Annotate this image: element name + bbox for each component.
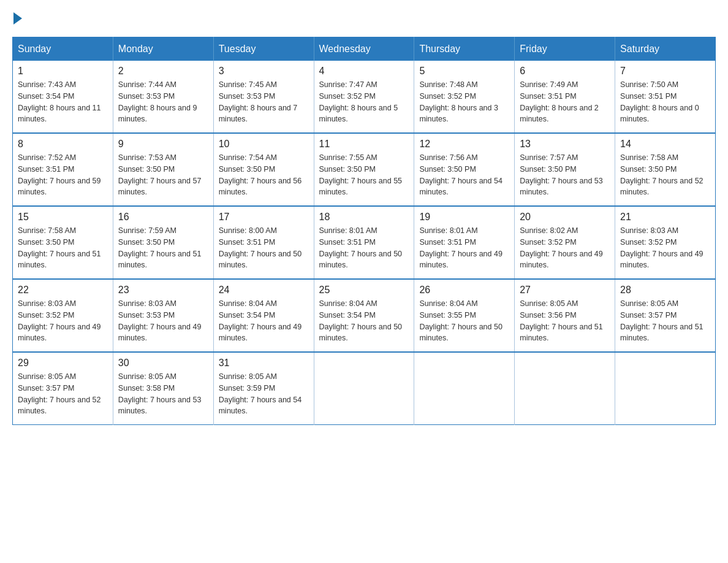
day-info: Sunrise: 8:03 AM Sunset: 3:52 PM Dayligh… xyxy=(18,298,108,344)
calendar-cell: 30 Sunrise: 8:05 AM Sunset: 3:58 PM Dayl… xyxy=(113,352,213,425)
calendar-cell: 6 Sunrise: 7:49 AM Sunset: 3:51 PM Dayli… xyxy=(515,61,615,133)
day-number: 25 xyxy=(319,285,409,296)
calendar-cell: 26 Sunrise: 8:04 AM Sunset: 3:55 PM Dayl… xyxy=(414,279,515,352)
calendar-cell: 23 Sunrise: 8:03 AM Sunset: 3:53 PM Dayl… xyxy=(113,279,213,352)
calendar-table: SundayMondayTuesdayWednesdayThursdayFrid… xyxy=(12,37,716,425)
day-info: Sunrise: 8:00 AM Sunset: 3:51 PM Dayligh… xyxy=(219,225,309,271)
day-number: 8 xyxy=(18,139,108,150)
day-info: Sunrise: 8:01 AM Sunset: 3:51 PM Dayligh… xyxy=(319,225,409,271)
week-row-1: 1 Sunrise: 7:43 AM Sunset: 3:54 PM Dayli… xyxy=(13,61,716,133)
day-info: Sunrise: 8:02 AM Sunset: 3:52 PM Dayligh… xyxy=(520,225,610,271)
calendar-cell: 31 Sunrise: 8:05 AM Sunset: 3:59 PM Dayl… xyxy=(213,352,314,425)
day-number: 30 xyxy=(118,358,208,369)
header-tuesday: Tuesday xyxy=(213,37,314,61)
day-info: Sunrise: 7:53 AM Sunset: 3:50 PM Dayligh… xyxy=(118,152,208,198)
calendar-cell: 15 Sunrise: 7:58 AM Sunset: 3:50 PM Dayl… xyxy=(13,206,113,279)
day-info: Sunrise: 7:43 AM Sunset: 3:54 PM Dayligh… xyxy=(18,79,108,125)
day-number: 19 xyxy=(419,212,509,223)
page-header xyxy=(12,12,716,25)
header-sunday: Sunday xyxy=(13,37,113,61)
day-info: Sunrise: 7:55 AM Sunset: 3:50 PM Dayligh… xyxy=(319,152,409,198)
day-info: Sunrise: 8:03 AM Sunset: 3:52 PM Dayligh… xyxy=(620,225,710,271)
day-info: Sunrise: 7:58 AM Sunset: 3:50 PM Dayligh… xyxy=(620,152,710,198)
calendar-cell: 3 Sunrise: 7:45 AM Sunset: 3:53 PM Dayli… xyxy=(213,61,314,133)
day-number: 11 xyxy=(319,139,409,150)
calendar-cell: 24 Sunrise: 8:04 AM Sunset: 3:54 PM Dayl… xyxy=(213,279,314,352)
day-info: Sunrise: 7:45 AM Sunset: 3:53 PM Dayligh… xyxy=(219,79,309,125)
day-number: 29 xyxy=(18,358,108,369)
calendar-cell: 1 Sunrise: 7:43 AM Sunset: 3:54 PM Dayli… xyxy=(13,61,113,133)
calendar-cell: 4 Sunrise: 7:47 AM Sunset: 3:52 PM Dayli… xyxy=(314,61,414,133)
day-info: Sunrise: 7:59 AM Sunset: 3:50 PM Dayligh… xyxy=(118,225,208,271)
day-info: Sunrise: 8:01 AM Sunset: 3:51 PM Dayligh… xyxy=(419,225,509,271)
calendar-header-row: SundayMondayTuesdayWednesdayThursdayFrid… xyxy=(13,37,716,61)
day-info: Sunrise: 7:50 AM Sunset: 3:51 PM Dayligh… xyxy=(620,79,710,125)
header-friday: Friday xyxy=(515,37,615,61)
calendar-cell: 10 Sunrise: 7:54 AM Sunset: 3:50 PM Dayl… xyxy=(213,133,314,206)
logo xyxy=(12,12,23,25)
calendar-cell: 27 Sunrise: 8:05 AM Sunset: 3:56 PM Dayl… xyxy=(515,279,615,352)
day-number: 12 xyxy=(419,139,509,150)
day-number: 27 xyxy=(520,285,610,296)
calendar-cell: 21 Sunrise: 8:03 AM Sunset: 3:52 PM Dayl… xyxy=(615,206,716,279)
calendar-cell: 11 Sunrise: 7:55 AM Sunset: 3:50 PM Dayl… xyxy=(314,133,414,206)
calendar-cell: 16 Sunrise: 7:59 AM Sunset: 3:50 PM Dayl… xyxy=(113,206,213,279)
calendar-cell xyxy=(615,352,716,425)
calendar-cell: 18 Sunrise: 8:01 AM Sunset: 3:51 PM Dayl… xyxy=(314,206,414,279)
day-info: Sunrise: 8:05 AM Sunset: 3:57 PM Dayligh… xyxy=(620,298,710,344)
day-number: 9 xyxy=(118,139,208,150)
header-monday: Monday xyxy=(113,37,213,61)
calendar-cell: 8 Sunrise: 7:52 AM Sunset: 3:51 PM Dayli… xyxy=(13,133,113,206)
calendar-cell: 20 Sunrise: 8:02 AM Sunset: 3:52 PM Dayl… xyxy=(515,206,615,279)
day-number: 31 xyxy=(219,358,309,369)
day-info: Sunrise: 8:05 AM Sunset: 3:58 PM Dayligh… xyxy=(118,371,208,417)
calendar-cell xyxy=(515,352,615,425)
day-number: 2 xyxy=(118,66,208,77)
day-info: Sunrise: 7:54 AM Sunset: 3:50 PM Dayligh… xyxy=(219,152,309,198)
calendar-cell: 7 Sunrise: 7:50 AM Sunset: 3:51 PM Dayli… xyxy=(615,61,716,133)
header-wednesday: Wednesday xyxy=(314,37,414,61)
day-number: 13 xyxy=(520,139,610,150)
week-row-3: 15 Sunrise: 7:58 AM Sunset: 3:50 PM Dayl… xyxy=(13,206,716,279)
day-info: Sunrise: 7:58 AM Sunset: 3:50 PM Dayligh… xyxy=(18,225,108,271)
day-number: 4 xyxy=(319,66,409,77)
calendar-cell: 28 Sunrise: 8:05 AM Sunset: 3:57 PM Dayl… xyxy=(615,279,716,352)
day-number: 3 xyxy=(219,66,309,77)
day-info: Sunrise: 7:56 AM Sunset: 3:50 PM Dayligh… xyxy=(419,152,509,198)
day-number: 15 xyxy=(18,212,108,223)
day-number: 7 xyxy=(620,66,710,77)
day-info: Sunrise: 8:04 AM Sunset: 3:54 PM Dayligh… xyxy=(319,298,409,344)
day-info: Sunrise: 7:52 AM Sunset: 3:51 PM Dayligh… xyxy=(18,152,108,198)
day-number: 14 xyxy=(620,139,710,150)
day-number: 20 xyxy=(520,212,610,223)
calendar-cell: 14 Sunrise: 7:58 AM Sunset: 3:50 PM Dayl… xyxy=(615,133,716,206)
logo-arrow-icon xyxy=(13,12,22,25)
week-row-2: 8 Sunrise: 7:52 AM Sunset: 3:51 PM Dayli… xyxy=(13,133,716,206)
day-info: Sunrise: 8:04 AM Sunset: 3:55 PM Dayligh… xyxy=(419,298,509,344)
calendar-cell: 5 Sunrise: 7:48 AM Sunset: 3:52 PM Dayli… xyxy=(414,61,515,133)
day-number: 28 xyxy=(620,285,710,296)
calendar-cell: 19 Sunrise: 8:01 AM Sunset: 3:51 PM Dayl… xyxy=(414,206,515,279)
day-number: 16 xyxy=(118,212,208,223)
week-row-5: 29 Sunrise: 8:05 AM Sunset: 3:57 PM Dayl… xyxy=(13,352,716,425)
header-saturday: Saturday xyxy=(615,37,716,61)
day-info: Sunrise: 7:47 AM Sunset: 3:52 PM Dayligh… xyxy=(319,79,409,125)
header-thursday: Thursday xyxy=(414,37,515,61)
day-info: Sunrise: 7:57 AM Sunset: 3:50 PM Dayligh… xyxy=(520,152,610,198)
day-number: 21 xyxy=(620,212,710,223)
calendar-cell xyxy=(314,352,414,425)
day-number: 1 xyxy=(18,66,108,77)
calendar-cell: 13 Sunrise: 7:57 AM Sunset: 3:50 PM Dayl… xyxy=(515,133,615,206)
week-row-4: 22 Sunrise: 8:03 AM Sunset: 3:52 PM Dayl… xyxy=(13,279,716,352)
day-number: 5 xyxy=(419,66,509,77)
day-info: Sunrise: 7:48 AM Sunset: 3:52 PM Dayligh… xyxy=(419,79,509,125)
day-number: 26 xyxy=(419,285,509,296)
day-info: Sunrise: 8:03 AM Sunset: 3:53 PM Dayligh… xyxy=(118,298,208,344)
calendar-cell: 22 Sunrise: 8:03 AM Sunset: 3:52 PM Dayl… xyxy=(13,279,113,352)
calendar-cell: 2 Sunrise: 7:44 AM Sunset: 3:53 PM Dayli… xyxy=(113,61,213,133)
calendar-cell: 9 Sunrise: 7:53 AM Sunset: 3:50 PM Dayli… xyxy=(113,133,213,206)
day-number: 10 xyxy=(219,139,309,150)
day-number: 24 xyxy=(219,285,309,296)
day-number: 6 xyxy=(520,66,610,77)
day-info: Sunrise: 7:44 AM Sunset: 3:53 PM Dayligh… xyxy=(118,79,208,125)
